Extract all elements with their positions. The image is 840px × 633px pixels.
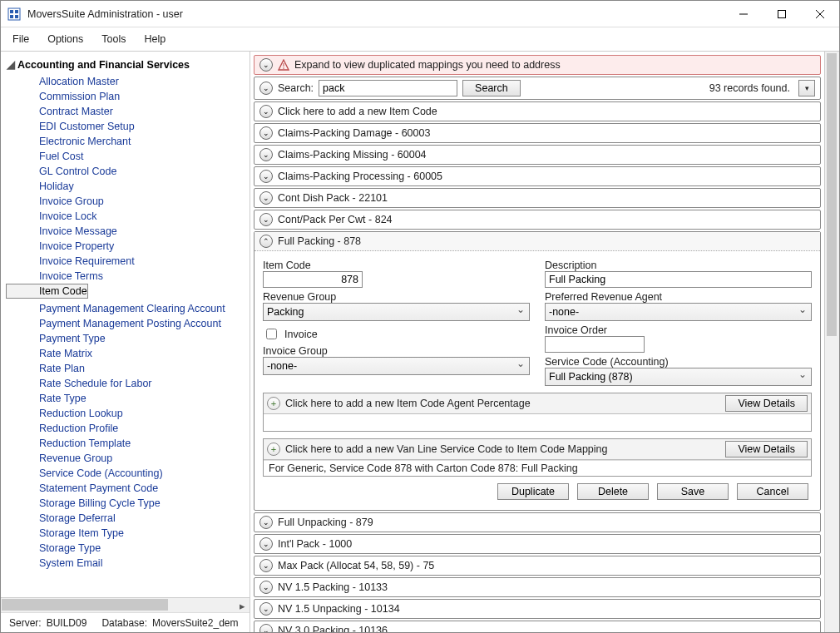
scrollbar-thumb[interactable]: [827, 53, 837, 336]
item-row[interactable]: ⌄NV 1.5 Packing - 10133: [254, 577, 821, 597]
sidebar-item[interactable]: GL Control Code: [6, 164, 250, 179]
sidebar-item[interactable]: Rate Matrix: [6, 346, 250, 361]
search-input[interactable]: [319, 80, 457, 96]
menu-file[interactable]: File: [9, 30, 32, 48]
sidebar-item[interactable]: Payment Management Posting Account: [6, 316, 250, 331]
sidebar-item[interactable]: Storage Type: [6, 541, 250, 556]
delete-button[interactable]: Delete: [577, 483, 649, 500]
item-row[interactable]: ⌄Full Unpacking - 879: [254, 512, 821, 532]
sidebar-item[interactable]: Fuel Cost: [6, 149, 250, 164]
scrollbar-thumb[interactable]: [2, 599, 168, 611]
sidebar-item[interactable]: Contract Master: [6, 104, 250, 119]
nav-tree[interactable]: ◢ Accounting and Financial Services Allo…: [1, 52, 250, 597]
item-row[interactable]: ⌄NV 3.0 Packing - 10136: [254, 621, 821, 632]
item-row[interactable]: ⌄Claims-Packing Missing - 60004: [254, 145, 821, 165]
sidebar-item[interactable]: Invoice Message: [6, 224, 250, 239]
sidebar-item[interactable]: Reduction Lookup: [6, 406, 250, 421]
item-row[interactable]: ⌄Max Pack (Allocat 54, 58, 59) - 75: [254, 556, 821, 576]
item-row[interactable]: ⌄Cont Dish Pack - 22101: [254, 188, 821, 208]
sidebar-item[interactable]: Rate Schedule for Labor: [6, 376, 250, 391]
svg-rect-3: [10, 15, 13, 18]
vanline-mapping-line[interactable]: For Generic, Service Code 878 with Carto…: [264, 460, 811, 476]
tree-section[interactable]: ◢ Accounting and Financial Services: [6, 55, 250, 74]
chevron-down-icon[interactable]: ⌄: [259, 105, 273, 118]
save-button[interactable]: Save: [657, 483, 729, 500]
sidebar-item[interactable]: Storage Deferral: [6, 511, 250, 526]
sidebar-item[interactable]: Invoice Terms: [6, 269, 250, 284]
sidebar-item[interactable]: Item Code: [6, 284, 88, 299]
warning-row[interactable]: ⌄ Expand to view duplicated mappings you…: [254, 55, 821, 75]
duplicate-button[interactable]: Duplicate: [497, 483, 569, 500]
sidebar-item[interactable]: EDI Customer Setup: [6, 119, 250, 134]
sidebar-item[interactable]: Invoice Property: [6, 239, 250, 254]
item-code-field[interactable]: [263, 271, 363, 288]
chevron-down-icon[interactable]: ⌄: [259, 537, 273, 551]
chevron-down-icon[interactable]: ⌄: [259, 516, 273, 529]
chevron-down-icon[interactable]: ⌄: [259, 191, 273, 205]
sidebar-item[interactable]: Payment Type: [6, 331, 250, 346]
sidebar-item[interactable]: Invoice Group: [6, 194, 250, 209]
chevron-down-icon[interactable]: ⌄: [259, 602, 273, 616]
sidebar-item[interactable]: System Email: [6, 556, 250, 571]
invoice-order-field[interactable]: [545, 336, 645, 353]
sidebar-item[interactable]: Holiday: [6, 179, 250, 194]
chevron-down-icon[interactable]: ⌄: [259, 82, 273, 95]
scroll-right-icon[interactable]: ▸: [235, 598, 250, 613]
chevron-up-icon[interactable]: ⌃: [259, 235, 273, 248]
service-code-label: Service Code (Accounting): [545, 356, 812, 368]
agent-percentage-add[interactable]: Click here to add a new Item Code Agent …: [285, 398, 720, 409]
menu-help[interactable]: Help: [141, 30, 169, 48]
sidebar-item[interactable]: Payment Management Clearing Account: [6, 301, 250, 316]
sidebar-item[interactable]: Reduction Template: [6, 436, 250, 451]
chevron-down-icon[interactable]: ⌄: [259, 58, 273, 72]
item-row-label: Claims-Packing Damage - 60003: [278, 127, 815, 139]
sidebar-item[interactable]: Rate Plan: [6, 361, 250, 376]
menu-tools[interactable]: Tools: [98, 30, 129, 48]
chevron-down-icon[interactable]: ⌄: [259, 624, 273, 632]
chevron-down-icon[interactable]: ⌄: [259, 148, 273, 161]
service-code-select[interactable]: [545, 368, 812, 386]
chevron-down-icon[interactable]: ⌄: [259, 559, 273, 572]
sidebar-item[interactable]: Revenue Group: [6, 451, 250, 466]
plus-icon[interactable]: +: [267, 397, 280, 410]
invoice-checkbox[interactable]: [266, 329, 277, 339]
sidebar-item[interactable]: Reduction Profile: [6, 421, 250, 436]
sidebar-hscroll[interactable]: ▸: [1, 597, 250, 612]
dropdown-button[interactable]: ▾: [798, 80, 815, 96]
view-details-button[interactable]: View Details: [725, 395, 808, 412]
sidebar-item[interactable]: Electronic Merchant: [6, 134, 250, 149]
view-details-button[interactable]: View Details: [725, 441, 808, 457]
cancel-button[interactable]: Cancel: [737, 483, 808, 500]
chevron-down-icon[interactable]: ⌄: [259, 213, 273, 226]
item-row[interactable]: ⌄Claims-Packing Processing - 60005: [254, 166, 821, 186]
invoice-group-select[interactable]: [263, 357, 530, 375]
chevron-down-icon[interactable]: ⌄: [259, 581, 273, 594]
sidebar-item[interactable]: Storage Billing Cycle Type: [6, 496, 250, 511]
chevron-down-icon[interactable]: ⌄: [259, 170, 273, 183]
sidebar-item[interactable]: Statement Payment Code: [6, 481, 250, 496]
description-field[interactable]: [545, 271, 812, 288]
vanline-mapping-add[interactable]: Click here to add a new Van Line Service…: [285, 443, 720, 455]
close-button[interactable]: [801, 1, 839, 27]
menu-options[interactable]: Options: [44, 30, 86, 48]
sidebar-item[interactable]: Invoice Requirement: [6, 254, 250, 269]
pref-agent-select[interactable]: [545, 303, 812, 321]
add-item-row[interactable]: ⌄ Click here to add a new Item Code: [254, 101, 821, 121]
chevron-down-icon[interactable]: ⌄: [259, 126, 273, 140]
minimize-button[interactable]: [724, 1, 763, 27]
item-row[interactable]: ⌄Int'l Pack - 1000: [254, 534, 821, 554]
sidebar-item[interactable]: Allocation Master: [6, 74, 250, 89]
maximize-button[interactable]: [763, 1, 801, 27]
item-row[interactable]: ⌄Cont/Pack Per Cwt - 824: [254, 210, 821, 230]
sidebar-item[interactable]: Storage Item Type: [6, 526, 250, 541]
item-row[interactable]: ⌄NV 1.5 Unpacking - 10134: [254, 599, 821, 619]
sidebar-item[interactable]: Rate Type: [6, 391, 250, 406]
item-row[interactable]: ⌄Claims-Packing Damage - 60003: [254, 123, 821, 143]
content-vscroll[interactable]: [824, 52, 839, 632]
search-button[interactable]: Search: [462, 80, 521, 96]
revenue-group-select[interactable]: [263, 303, 530, 321]
sidebar-item[interactable]: Invoice Lock: [6, 209, 250, 224]
sidebar-item[interactable]: Commission Plan: [6, 89, 250, 104]
sidebar-item[interactable]: Service Code (Accounting): [6, 466, 250, 481]
plus-icon[interactable]: +: [267, 443, 280, 456]
